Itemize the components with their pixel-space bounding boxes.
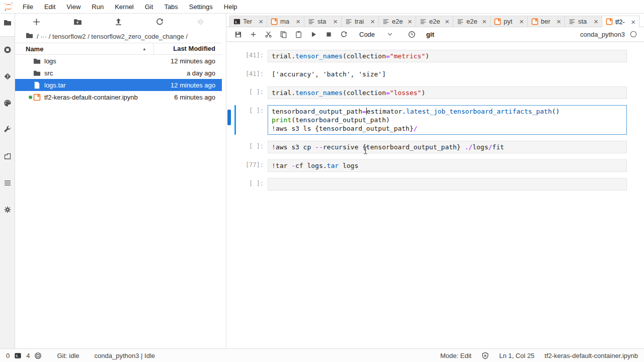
checkpoint-clock-icon[interactable] [404, 31, 419, 38]
sidebar-tab-property-inspector[interactable] [0, 117, 15, 143]
menu-git[interactable]: Git [139, 3, 159, 11]
panel-resize-handle[interactable] [222, 14, 226, 348]
sidebar-tab-running-sessions[interactable] [0, 37, 15, 63]
close-icon[interactable]: × [631, 18, 635, 26]
tab-ber[interactable]: ber× [527, 16, 565, 27]
cell-collapser[interactable] [226, 50, 236, 62]
sidebar-tab-file-browser[interactable] [0, 14, 15, 37]
cell-collapser[interactable] [226, 141, 236, 153]
restart-kernel-button[interactable] [336, 31, 351, 38]
menu-kernel[interactable]: Kernel [109, 3, 139, 11]
tab-ter[interactable]: $_Ter× [229, 16, 267, 27]
menu-tabs[interactable]: Tabs [158, 3, 183, 11]
cell-editor[interactable]: tensorboard_output_path=estimator.latest… [268, 105, 627, 135]
stop-button[interactable] [321, 31, 336, 38]
git-toolbar-button[interactable]: git [426, 31, 434, 38]
column-header-last-modified[interactable]: Last Modified [153, 43, 222, 54]
tab-tf2[interactable]: tf2-× [602, 16, 639, 27]
tab-label: e2e [392, 18, 405, 25]
cell-editor[interactable]: trial.tensor_names(collection="losses") [268, 86, 627, 99]
cell-collapser[interactable] [226, 178, 236, 191]
tab-bar: $_Ter×ma×sta×trai×e2e×e2e×e2e×pyt×ber×st… [226, 14, 644, 27]
git-clone-button[interactable] [196, 18, 205, 28]
upload-button[interactable] [114, 18, 123, 28]
chevron-down-icon[interactable] [387, 31, 393, 37]
cell-collapser[interactable] [226, 86, 236, 99]
tab-trai[interactable]: trai× [341, 16, 379, 27]
svg-text:$_: $_ [16, 354, 20, 358]
run-button[interactable] [306, 31, 321, 38]
cell-collapser[interactable] [226, 105, 236, 135]
cell-type-dropdown[interactable]: Code [359, 31, 375, 38]
tab-sta[interactable]: sta× [565, 16, 602, 27]
git-status[interactable]: Git: idle [57, 352, 79, 359]
copy-cells-button[interactable] [276, 31, 291, 38]
folder-icon [33, 69, 41, 77]
cell-collapser[interactable] [226, 68, 236, 80]
cell-editor[interactable] [268, 178, 627, 191]
breadcrumb[interactable]: / ··· / tensorflow2 / tensorflow2_zero_c… [15, 30, 222, 43]
cut-cells-button[interactable] [261, 31, 276, 38]
add-cell-button[interactable] [246, 31, 261, 38]
kernel-status-text[interactable]: conda_python3 | Idle [95, 352, 155, 359]
save-button[interactable] [230, 31, 246, 38]
sidebar-tab-extensions[interactable] [0, 197, 15, 223]
menu-edit[interactable]: Edit [39, 3, 61, 11]
file-row[interactable]: tf2-keras-default-container.ipynb6 minut… [15, 91, 222, 103]
sidebar-tab-git[interactable] [0, 63, 15, 90]
sidebar-tab-commands[interactable] [0, 90, 15, 117]
file-name: logs.tar [44, 81, 151, 89]
tab-label: sta [578, 18, 591, 25]
cell-editor[interactable]: !tar -cf logs.tar logs [268, 159, 627, 172]
text-icon [420, 18, 427, 25]
breadcrumb-path[interactable]: / ··· / tensorflow2 / tensorflow2_zero_c… [37, 33, 188, 40]
svg-text:$_: $_ [235, 20, 239, 24]
code-line: !aws s3 ls {tensorboard_output_path}/ [272, 124, 623, 133]
new-folder-button[interactable]: + [73, 18, 82, 28]
code-cell: [ ]:trial.tensor_names(collection="losse… [226, 86, 644, 99]
shield-x-icon[interactable] [481, 352, 489, 359]
tab-label: sta [317, 18, 331, 25]
close-icon[interactable]: × [482, 18, 487, 25]
menu-run[interactable]: Run [86, 3, 109, 11]
terminals-count[interactable]: 0 [6, 352, 10, 359]
close-icon[interactable]: × [296, 18, 300, 25]
paste-cells-button[interactable] [291, 31, 306, 38]
sidebar-tab-open-tabs[interactable] [0, 143, 15, 170]
tab-ma[interactable]: ma× [267, 16, 304, 27]
close-icon[interactable]: × [445, 18, 449, 25]
close-icon[interactable]: × [259, 18, 263, 25]
file-row[interactable]: logs.tar12 minutes ago [15, 79, 222, 91]
kernels-count[interactable]: 4 [26, 352, 30, 359]
file-row[interactable]: srca day ago [15, 67, 222, 79]
main-layout: + / ··· / tensorflow2 / tensorflow2_zero… [0, 14, 644, 348]
tab-sta[interactable]: sta× [304, 16, 342, 27]
output-prompt: [41]: [236, 68, 268, 80]
close-icon[interactable]: × [594, 18, 598, 25]
sidebar-tab-table-of-contents[interactable] [0, 170, 15, 197]
close-icon[interactable]: × [408, 18, 412, 25]
file-row[interactable]: logs12 minutes ago [15, 55, 222, 67]
tab-pyt[interactable]: pyt× [490, 16, 528, 27]
menu-file[interactable]: File [17, 3, 39, 11]
tab-e2e[interactable]: e2e× [416, 16, 453, 27]
code-line: tensorboard_output_path=estimator.latest… [272, 107, 623, 116]
tab-e2e[interactable]: e2e× [378, 16, 416, 27]
cell-collapser[interactable] [226, 159, 236, 172]
cursor-position[interactable]: Ln 1, Col 25 [499, 352, 534, 359]
cell-editor[interactable]: !aws s3 cp --recursive {tensorboard_outp… [268, 141, 627, 153]
close-icon[interactable]: × [333, 18, 338, 25]
close-icon[interactable]: × [519, 18, 524, 25]
new-launcher-button[interactable] [32, 18, 41, 28]
refresh-files-button[interactable] [155, 18, 164, 28]
close-icon[interactable]: × [370, 18, 375, 25]
menu-view[interactable]: View [61, 3, 86, 11]
close-icon[interactable]: × [556, 18, 561, 25]
menu-settings[interactable]: Settings [184, 3, 218, 11]
kernel-name-button[interactable]: conda_python3 [580, 31, 625, 38]
tab-e2e[interactable]: e2e× [453, 16, 491, 27]
column-header-name[interactable]: Name ▲ [15, 43, 153, 54]
cell-editor[interactable]: trial.tensor_names(collection="metrics") [268, 50, 627, 62]
edit-mode-indicator[interactable]: Mode: Edit [440, 352, 471, 359]
menu-help[interactable]: Help [218, 3, 243, 11]
